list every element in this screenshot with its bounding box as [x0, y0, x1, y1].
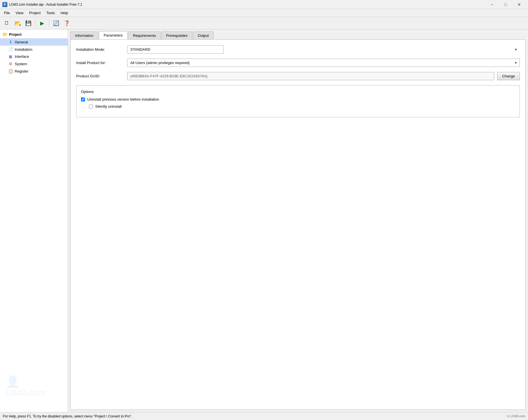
tab-information[interactable]: Information [70, 31, 98, 39]
tab-prerequisites[interactable]: Prerequisites [161, 31, 192, 39]
toolbar-new[interactable]: 🗋 [2, 18, 12, 28]
tabs-bar: Information Parameters Requirements Prer… [68, 29, 528, 39]
project-icon: 📁 [2, 32, 8, 37]
toolbar: 🗋 📂▼ 💾 ▶ 🔄 ❓ [0, 17, 528, 29]
menu-help[interactable]: Help [58, 10, 71, 16]
system-icon: ⚙ [8, 61, 13, 66]
toolbar-save[interactable]: 💾 [23, 18, 33, 28]
maximize-button[interactable]: □ [499, 0, 512, 9]
product-guid-row: Product GUID: Change [76, 72, 520, 80]
options-group: Options Uninstall previous version befor… [76, 85, 520, 117]
checkbox-uninstall-row[interactable]: Uninstall previous version before instal… [81, 97, 515, 101]
checkbox-uninstall[interactable] [81, 97, 85, 101]
checkbox-silent-label: Silently uninstall [95, 104, 122, 109]
sidebar-item-label-register: Register [15, 69, 28, 73]
sidebar: 📁 Project ℹ General 📄 Installation ▦ Int… [0, 29, 68, 412]
toolbar-open[interactable]: 📂▼ [12, 18, 23, 28]
sidebar-item-register[interactable]: 📋 Register [0, 67, 68, 75]
sidebar-item-label-general: General [15, 40, 28, 44]
installation-mode-wrapper: STANDARD SILENT CUSTOM ▼ [127, 45, 520, 54]
checkbox-silent-row[interactable]: Silently uninstall [89, 104, 515, 109]
content-relative: 🏠 LO4D.com Information Parameters Requir… [68, 29, 528, 412]
interface-icon: ▦ [8, 54, 13, 59]
product-guid-label: Product GUID: [76, 74, 127, 78]
product-guid-control: Change [127, 72, 520, 80]
titlebar-controls: − □ ✕ [486, 0, 526, 9]
minimize-button[interactable]: − [486, 0, 499, 9]
titlebar: A LO4D.com Installer.aip - Actual Instal… [0, 0, 528, 9]
install-product-control: All Users (admin privileges required) Cu… [127, 59, 520, 67]
checkbox-silent[interactable] [89, 105, 93, 109]
toolbar-help[interactable]: ❓ [62, 18, 72, 28]
tab-requirements[interactable]: Requirements [128, 31, 161, 39]
titlebar-title: LO4D.com Installer.aip - Actual Installe… [9, 3, 82, 7]
menu-file[interactable]: File [1, 10, 13, 16]
menu-tools[interactable]: Tools [43, 10, 58, 16]
sidebar-item-system[interactable]: ⚙ System [0, 60, 68, 67]
installation-mode-label: Installation Mode: [76, 47, 127, 52]
general-icon: ℹ [8, 40, 13, 44]
install-product-wrapper: All Users (admin privileges required) Cu… [127, 59, 520, 67]
menubar: File View Project Tools Help [0, 9, 528, 17]
menu-view[interactable]: View [13, 10, 26, 16]
install-product-row: Install Product for: All Users (admin pr… [76, 59, 520, 67]
menu-project[interactable]: Project [26, 10, 43, 16]
sidebar-item-label-installation: Installation [15, 47, 32, 52]
sidebar-watermark: 👤 LO4D.com [6, 375, 45, 397]
toolbar-run[interactable]: ▶ [37, 18, 47, 28]
toolbar-refresh[interactable]: 🔄 [51, 18, 61, 28]
content-panel: 🏠 LO4D.com Information Parameters Requir… [68, 29, 528, 412]
tree-root-label: Project [9, 32, 22, 37]
statusbar-text: For Help, press F1. To try the disabled … [3, 414, 132, 418]
installation-icon: 📄 [8, 47, 13, 52]
statusbar-right: ⊙ LO4D.com [507, 414, 525, 418]
checkbox-uninstall-label: Uninstall previous version before instal… [87, 97, 159, 101]
installation-mode-control: STANDARD SILENT CUSTOM ▼ [127, 45, 520, 54]
sidebar-item-label-interface: Interface [15, 54, 29, 59]
sidebar-item-label-system: System [15, 62, 27, 66]
tree-root: 📁 Project [0, 31, 68, 38]
toolbar-separator-2 [49, 19, 49, 27]
tab-output[interactable]: Output [193, 31, 214, 39]
options-title: Options [81, 90, 515, 94]
sidebar-item-interface[interactable]: ▦ Interface [0, 53, 68, 60]
installation-mode-arrow: ▼ [514, 48, 518, 52]
titlebar-left: A LO4D.com Installer.aip - Actual Instal… [2, 2, 82, 7]
product-guid-input[interactable] [127, 72, 494, 80]
statusbar-brand: ⊙ LO4D.com [507, 414, 525, 418]
installation-mode-row: Installation Mode: STANDARD SILENT CUSTO… [76, 45, 520, 54]
sidebar-item-general[interactable]: ℹ General [0, 38, 68, 46]
toolbar-separator-1 [35, 19, 35, 27]
installation-mode-select[interactable]: STANDARD SILENT CUSTOM [127, 45, 223, 54]
main-area: 📁 Project ℹ General 📄 Installation ▦ Int… [0, 29, 528, 412]
install-product-label: Install Product for: [76, 61, 127, 65]
statusbar: For Help, press F1. To try the disabled … [0, 412, 528, 420]
app-icon: A [2, 2, 7, 7]
close-button[interactable]: ✕ [513, 0, 526, 9]
sidebar-item-installation[interactable]: 📄 Installation [0, 46, 68, 53]
change-button[interactable]: Change [497, 72, 520, 80]
install-product-select[interactable]: All Users (admin privileges required) Cu… [127, 59, 520, 67]
tab-parameters[interactable]: Parameters [99, 31, 127, 39]
tab-parameters-content: Installation Mode: STANDARD SILENT CUSTO… [70, 39, 526, 410]
register-icon: 📋 [8, 69, 13, 73]
